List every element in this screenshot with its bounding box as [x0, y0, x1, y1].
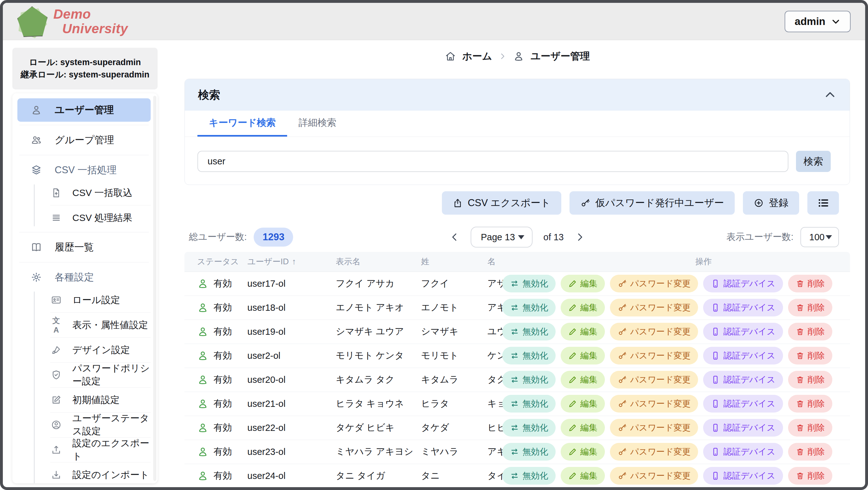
edit-button[interactable]: 編集	[561, 347, 605, 365]
auth-device-button[interactable]: 認証デバイス	[703, 467, 783, 485]
disable-button[interactable]: 無効化	[502, 275, 556, 292]
edit-button[interactable]: 編集	[561, 275, 605, 292]
sidebar-item-design-settings[interactable]: デザイン設定	[39, 339, 151, 361]
inherited-role-line: 継承ロール: system-superadmin	[21, 68, 149, 81]
status-badge: 有効	[197, 373, 246, 386]
change-password-button[interactable]: パスワード変更	[610, 419, 699, 437]
sidebar-item-initial-values[interactable]: 初期値設定	[39, 389, 151, 411]
temp-password-users-button[interactable]: 仮パスワード発行中ユーザー	[569, 191, 735, 215]
divider	[50, 337, 151, 338]
change-password-button[interactable]: パスワード変更	[610, 371, 699, 388]
sidebar-item-label: CSV 処理結果	[72, 211, 132, 225]
disable-button[interactable]: 無効化	[502, 323, 556, 341]
auth-device-button[interactable]: 認証デバイス	[703, 275, 783, 292]
account-menu-button[interactable]: admin	[785, 11, 850, 32]
sidebar-item-password-policy[interactable]: パスワードポリシー設定	[39, 364, 151, 386]
sidebar-item-csv-results[interactable]: CSV 処理結果	[39, 207, 151, 229]
sidebar-item-display-attribute-settings[interactable]: 文A 表示・属性値設定	[39, 314, 151, 336]
edit-button[interactable]: 編集	[561, 395, 605, 412]
sidebar-item-user-status-settings[interactable]: ユーザーステータス設定	[39, 414, 151, 436]
auth-device-button[interactable]: 認証デバイス	[703, 371, 783, 388]
edit-button[interactable]: 編集	[561, 467, 605, 485]
edit-button[interactable]: 編集	[561, 299, 605, 316]
auth-device-button[interactable]: 認証デバイス	[703, 419, 783, 437]
delete-button[interactable]: 削除	[788, 395, 832, 412]
search-button[interactable]: 検索	[796, 151, 831, 172]
change-password-button[interactable]: パスワード変更	[610, 443, 699, 461]
disable-button[interactable]: 無効化	[502, 299, 556, 316]
col-user-id[interactable]: ユーザーID↑	[246, 252, 335, 271]
user-id-cell: user22-ol	[246, 416, 335, 440]
auth-device-button[interactable]: 認証デバイス	[703, 395, 783, 412]
register-button[interactable]: 登録	[743, 191, 799, 215]
edit-button[interactable]: 編集	[561, 419, 605, 437]
auth-device-button[interactable]: 認証デバイス	[703, 323, 783, 341]
sidebar-item-history[interactable]: 履歴一覧	[18, 235, 151, 259]
table-header-row: ステータス ユーザーID↑ 表示名 姓 名 操作	[184, 252, 850, 271]
user-active-icon	[197, 398, 209, 409]
edit-button[interactable]: 編集	[561, 323, 605, 341]
breadcrumb-home-link[interactable]: ホーム	[462, 50, 492, 63]
sidebar-item-csv-batch[interactable]: CSV 一括処理	[18, 158, 151, 182]
change-password-button[interactable]: パスワード変更	[610, 275, 699, 292]
home-icon	[445, 51, 456, 62]
change-password-button[interactable]: パスワード変更	[610, 467, 699, 485]
disable-button[interactable]: 無効化	[502, 443, 556, 461]
id-card-icon	[51, 295, 62, 306]
page-of-label: of 13	[543, 232, 564, 242]
auth-device-button[interactable]: 認証デバイス	[703, 443, 783, 461]
list-view-button[interactable]	[807, 191, 839, 215]
sidebar-item-settings-export[interactable]: 設定のエクスポート	[39, 439, 151, 461]
disable-button[interactable]: 無効化	[502, 347, 556, 365]
key-icon	[618, 471, 627, 481]
sidebar-item-settings-import[interactable]: 設定のインポート	[39, 464, 151, 483]
change-password-button[interactable]: パスワード変更	[610, 395, 699, 412]
keyword-search-input[interactable]	[197, 151, 788, 172]
table-row: 有効 user2-ol モリモト ケンタ モリモト ケンタ 無効化 編集 パスワ…	[184, 344, 850, 368]
disable-button[interactable]: 無効化	[502, 371, 556, 388]
delete-button[interactable]: 削除	[788, 299, 832, 316]
display-name-cell: ミヤハラ アキヨシ	[335, 440, 420, 464]
csv-export-button[interactable]: CSV エクスポート	[442, 191, 561, 215]
delete-button[interactable]: 削除	[788, 275, 832, 292]
change-password-button[interactable]: パスワード変更	[610, 323, 699, 341]
collapse-chevron-up-icon[interactable]	[824, 88, 836, 101]
sidebar-scrollbar[interactable]	[153, 96, 156, 481]
delete-button[interactable]: 削除	[788, 467, 832, 485]
swap-arrows-icon	[510, 375, 519, 384]
sidebar-item-user-management[interactable]: ユーザー管理	[18, 98, 151, 122]
delete-button[interactable]: 削除	[788, 347, 832, 365]
edit-button[interactable]: 編集	[561, 443, 605, 461]
disable-button[interactable]: 無効化	[502, 467, 556, 485]
page-select[interactable]: Page 13	[471, 227, 532, 248]
tab-keyword-search[interactable]: キーワード検索	[197, 111, 287, 137]
delete-button[interactable]: 削除	[788, 443, 832, 461]
sidebar-item-settings[interactable]: 各種設定	[18, 265, 151, 289]
user-icon	[513, 51, 524, 62]
status-badge: 有効	[197, 445, 246, 458]
per-page-select[interactable]: 100	[800, 227, 839, 247]
prev-page-button[interactable]	[449, 232, 460, 242]
user-id-cell: user24-ol	[246, 464, 335, 487]
change-password-button[interactable]: パスワード変更	[610, 347, 699, 365]
university-logo: Demo University	[18, 6, 128, 37]
tab-advanced-search[interactable]: 詳細検索	[287, 111, 348, 137]
chevron-down-icon	[831, 17, 840, 26]
sidebar-item-role-settings[interactable]: ロール設定	[39, 289, 151, 311]
disable-button[interactable]: 無効化	[502, 395, 556, 412]
sidebar-item-group-management[interactable]: グループ管理	[18, 128, 151, 152]
delete-button[interactable]: 削除	[788, 323, 832, 341]
disable-button[interactable]: 無効化	[502, 419, 556, 437]
auth-device-button[interactable]: 認証デバイス	[703, 299, 783, 316]
delete-button[interactable]: 削除	[788, 371, 832, 388]
swap-arrows-icon	[510, 303, 519, 312]
edit-button[interactable]: 編集	[561, 371, 605, 388]
auth-device-button[interactable]: 認証デバイス	[703, 347, 783, 365]
row-actions: 無効化 編集 パスワード変更 認証デバイス 削除	[558, 275, 850, 292]
row-actions: 無効化 編集 パスワード変更 認証デバイス 削除	[558, 443, 850, 461]
sidebar-item-csv-import[interactable]: CSV 一括取込	[39, 182, 151, 204]
change-password-button[interactable]: パスワード変更	[610, 299, 699, 316]
delete-button[interactable]: 削除	[788, 419, 832, 437]
next-page-button[interactable]	[575, 232, 585, 242]
status-badge: 有効	[197, 422, 246, 434]
